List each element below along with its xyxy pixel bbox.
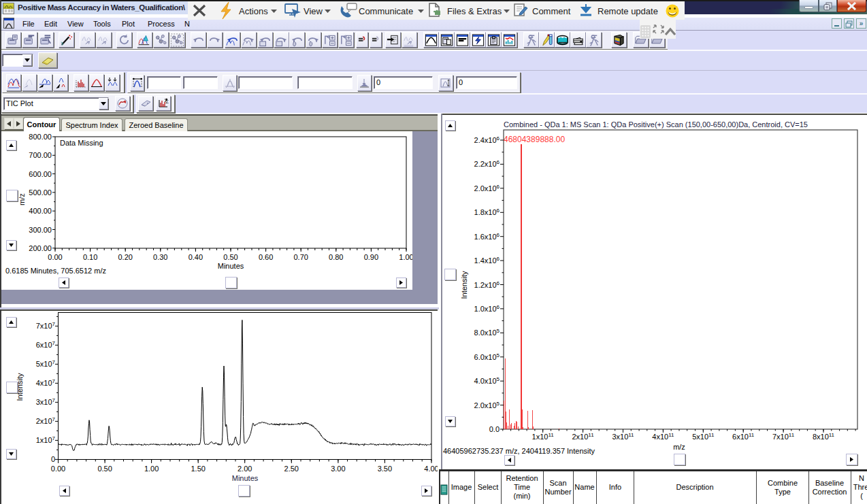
svg-text:700.00: 700.00: [29, 151, 52, 159]
svg-text:2.0x105: 2.0x105: [474, 401, 500, 409]
svg-text:Info: Info: [609, 483, 621, 491]
svg-text:1.2x106: 1.2x106: [474, 280, 500, 289]
svg-text:0.00: 0.00: [51, 465, 65, 473]
svg-text:0.40: 0.40: [189, 253, 203, 261]
svg-text:0.0: 0.0: [489, 425, 500, 433]
svg-text:0.60: 0.60: [259, 253, 273, 261]
svg-text:4x1011: 4x1011: [652, 432, 674, 441]
svg-text:4.0x105: 4.0x105: [474, 376, 500, 385]
svg-text:2x107: 2x107: [36, 416, 56, 425]
svg-text:1x1011: 1x1011: [532, 432, 555, 441]
svg-text:7x1011: 7x1011: [772, 432, 795, 441]
svg-text:46804389888.00: 46804389888.00: [504, 135, 565, 144]
svg-text:2.50: 2.50: [284, 465, 299, 473]
svg-text:m/z: m/z: [18, 193, 26, 205]
svg-text:1.8x106: 1.8x106: [474, 207, 500, 216]
svg-text:2.2x106: 2.2x106: [474, 159, 500, 168]
svg-text:0.00: 0.00: [48, 253, 62, 261]
svg-text:Communicate: Communicate: [359, 6, 413, 16]
svg-text:1.00: 1.00: [144, 465, 159, 473]
svg-text:Number: Number: [544, 488, 571, 496]
svg-text:m/z: m/z: [673, 443, 685, 451]
svg-text:Scan: Scan: [549, 479, 566, 487]
svg-text:0.30: 0.30: [153, 253, 167, 261]
svg-text:0.50: 0.50: [97, 465, 112, 473]
svg-text:Baseline: Baseline: [815, 479, 844, 487]
svg-text:(: (: [860, 492, 863, 500]
svg-text:6x1011: 6x1011: [732, 432, 755, 441]
svg-text:1.00: 1.00: [399, 253, 412, 261]
svg-text:500.00: 500.00: [29, 188, 52, 197]
svg-text:Select: Select: [478, 483, 499, 491]
svg-text:Time: Time: [514, 483, 530, 491]
svg-text:0.70: 0.70: [293, 253, 308, 261]
svg-text:Σ: Σ: [165, 99, 169, 105]
svg-text:(min): (min): [513, 492, 530, 500]
svg-text:Minutes: Minutes: [232, 474, 259, 482]
svg-text:0.50: 0.50: [223, 253, 238, 261]
svg-text:2.0x106: 2.0x106: [474, 184, 500, 192]
svg-text:300.00: 300.00: [29, 226, 52, 234]
svg-text:4.00: 4.00: [424, 465, 438, 473]
svg-text:2.00: 2.00: [238, 465, 252, 473]
svg-text:0.20: 0.20: [118, 253, 132, 261]
svg-text:N: N: [859, 474, 864, 482]
svg-text:Remote update: Remote update: [598, 6, 658, 16]
svg-text:0.90: 0.90: [364, 253, 378, 261]
svg-text:1x107: 1x107: [36, 435, 56, 444]
svg-text:Thre: Thre: [853, 483, 867, 491]
svg-text:6.0x105: 6.0x105: [474, 352, 500, 361]
svg-text:View: View: [304, 6, 323, 16]
svg-text:1.6x106: 1.6x106: [474, 232, 500, 241]
svg-text:200.00: 200.00: [29, 244, 52, 252]
svg-text:2x1011: 2x1011: [572, 432, 595, 441]
svg-text:Correction: Correction: [813, 488, 847, 496]
svg-text:3x1011: 3x1011: [612, 432, 634, 441]
svg-text:5x1011: 5x1011: [692, 432, 715, 441]
svg-text:3.00: 3.00: [331, 465, 345, 473]
svg-text:Data Missing: Data Missing: [60, 139, 103, 147]
svg-text:600.00: 600.00: [29, 170, 52, 178]
svg-text:Minutes: Minutes: [218, 262, 244, 270]
svg-text:Type: Type: [774, 488, 791, 496]
svg-text:8.0x105: 8.0x105: [474, 328, 500, 337]
svg-text:6x107: 6x107: [36, 340, 56, 349]
svg-text:Files & Extras: Files & Extras: [447, 6, 502, 16]
svg-text:0.80: 0.80: [329, 253, 343, 261]
svg-text:1.0x106: 1.0x106: [474, 304, 500, 313]
svg-text:Comment: Comment: [532, 6, 571, 16]
svg-text:0.10: 0.10: [83, 253, 97, 261]
svg-text:3x107: 3x107: [36, 397, 56, 406]
svg-text:4x107: 4x107: [36, 378, 56, 387]
svg-text:400.00: 400.00: [29, 207, 52, 215]
svg-text:0: 0: [51, 455, 55, 463]
svg-text:Actions: Actions: [239, 6, 268, 16]
svg-text:Combine: Combine: [768, 479, 798, 487]
svg-text:Name: Name: [574, 483, 594, 491]
svg-text:Description: Description: [676, 483, 713, 491]
svg-text:1.4x106: 1.4x106: [474, 256, 500, 265]
svg-text:Intensity: Intensity: [460, 271, 468, 299]
svg-text:3.50: 3.50: [378, 465, 392, 473]
svg-text:Image: Image: [451, 483, 472, 491]
svg-text:1.50: 1.50: [191, 465, 205, 473]
svg-text:5x107: 5x107: [36, 359, 56, 368]
svg-text:8x1011: 8x1011: [813, 432, 835, 441]
svg-text:7x107: 7x107: [36, 321, 56, 330]
svg-text:Retention: Retention: [506, 474, 538, 482]
svg-text:800.00: 800.00: [29, 133, 52, 141]
svg-text:2.4x106: 2.4x106: [474, 135, 500, 144]
